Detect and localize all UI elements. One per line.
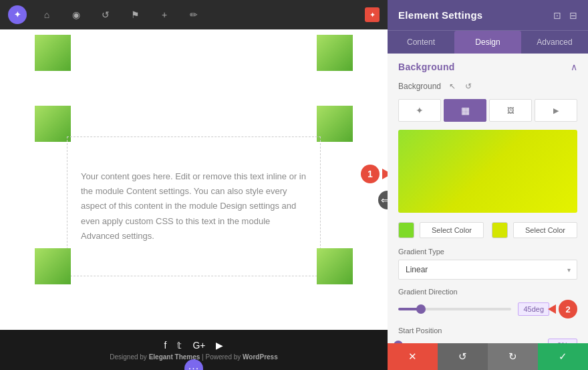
arrow-indicator-2	[548, 304, 556, 314]
divi-logo-icon[interactable]: ✦	[8, 5, 27, 24]
badge2-wrapper: 2	[556, 300, 577, 318]
green-square-bot-right	[317, 248, 353, 284]
googleplus-icon[interactable]: G+	[192, 340, 205, 351]
background-section-header: Background ∧	[388, 54, 588, 78]
canvas-area: ✦ ⌂ ◉ ↺ ⚑ + ✏ ✦ Your content goes here. …	[0, 0, 388, 370]
green-square-top-left	[35, 35, 71, 71]
gradient-direction-slider-row: 45deg 2	[398, 300, 577, 318]
cancel-button[interactable]: ✕	[388, 343, 438, 370]
gradient-type-field: Gradient Type Linear Radial ▾	[388, 248, 588, 280]
section-title: Background	[398, 62, 455, 72]
type-tab-gradient[interactable]: ▦	[444, 99, 486, 122]
bg-reset-icon[interactable]: ↺	[462, 80, 474, 92]
type-tab-color[interactable]: ✦	[398, 99, 441, 122]
gradient-type-select[interactable]: Linear Radial	[398, 260, 577, 280]
type-tabs: ✦ ▦ 🖼 ▶	[388, 99, 588, 122]
green-square-mid-left	[35, 106, 71, 142]
footer-social-icons: f 𝕥 G+ ▶	[164, 340, 224, 351]
tab-design[interactable]: Design	[454, 31, 521, 54]
bg-label-row: Background ↖ ↺	[388, 78, 588, 99]
select-color-btn-1[interactable]: Select Color	[420, 222, 484, 238]
color-stop-1: Select Color	[398, 222, 484, 238]
tab-content[interactable]: Content	[388, 31, 454, 54]
facebook-icon[interactable]: f	[164, 340, 167, 351]
comments-icon[interactable]: ⚑	[126, 5, 144, 24]
gradient-type-wrapper: Linear Radial ▾	[398, 260, 577, 280]
green-square-mid-right	[317, 106, 353, 142]
redo-button[interactable]: ↻	[488, 343, 538, 370]
select-color-btn-2[interactable]: Select Color	[513, 222, 577, 238]
rss-icon[interactable]: ▶	[216, 340, 223, 351]
step-badge-1: 1	[361, 165, 380, 183]
step-badge-2: 2	[559, 300, 577, 318]
panel-body: Background ∧ Background ↖ ↺ ✦ ▦ 🖼 ▶ Sele…	[388, 54, 588, 343]
add-icon[interactable]: +	[155, 5, 174, 24]
page-background: Your content goes here. Edit or remove t…	[0, 29, 388, 330]
content-text: Your content goes here. Edit or remove t…	[81, 169, 307, 243]
portabilis-icon[interactable]: ✦	[365, 7, 380, 22]
footer-menu-icon[interactable]: ···	[184, 359, 203, 370]
chevron-up-icon[interactable]: ∧	[571, 62, 577, 72]
footer-bar: f 𝕥 G+ ▶ Designed by Elegant Themes | Po…	[0, 330, 388, 370]
color-stops: Select Color Select Color	[388, 222, 588, 238]
layout-icon[interactable]: ◉	[67, 5, 86, 24]
green-square-bot-left	[35, 248, 71, 284]
start-position-value: 0%	[548, 339, 577, 343]
gradient-direction-label: Gradient Direction	[398, 288, 577, 296]
tab-advanced[interactable]: Advanced	[521, 31, 588, 54]
start-position-thumb[interactable]	[394, 341, 403, 343]
bg-label: Background	[398, 82, 441, 91]
edit-icon[interactable]: ✏	[184, 5, 203, 24]
bottom-toolbar: ✕ ↺ ↻ ✓	[388, 343, 588, 370]
twitter-icon[interactable]: 𝕥	[177, 340, 182, 351]
undo-button[interactable]: ↺	[438, 343, 488, 370]
color-swatch-1[interactable]	[398, 222, 414, 238]
gradient-direction-value: 45deg	[518, 302, 549, 316]
gradient-direction-thumb[interactable]	[416, 304, 426, 314]
color-stop-2: Select Color	[492, 222, 577, 238]
panel-title: Element Settings	[398, 9, 483, 21]
color-swatch-2[interactable]	[492, 222, 508, 238]
type-tab-image[interactable]: 🖼	[489, 99, 532, 122]
save-button[interactable]: ✓	[538, 343, 588, 370]
home-icon[interactable]: ⌂	[37, 5, 56, 24]
settings-responsive-icon[interactable]: ⊡	[553, 10, 561, 21]
start-position-field: Start Position 0%	[388, 327, 588, 343]
settings-layout-icon[interactable]: ⊟	[569, 10, 577, 21]
gradient-direction-track[interactable]	[398, 308, 511, 310]
panel-header-icons: ⊡ ⊟	[553, 10, 577, 21]
content-box[interactable]: Your content goes here. Edit or remove t…	[67, 136, 321, 276]
canvas-content: Your content goes here. Edit or remove t…	[0, 29, 388, 370]
top-toolbar: ✦ ⌂ ◉ ↺ ⚑ + ✏ ✦	[0, 0, 388, 29]
gradient-direction-field: Gradient Direction 45deg 2	[388, 288, 588, 318]
start-position-slider-row: 0%	[398, 339, 577, 343]
settings-panel: Element Settings ⊡ ⊟ Content Design Adva…	[388, 0, 588, 370]
bg-pointer-icon[interactable]: ↖	[446, 80, 458, 92]
history-icon[interactable]: ↺	[96, 5, 115, 24]
gradient-preview	[398, 130, 577, 213]
badge1-container: 1	[361, 165, 388, 183]
gradient-type-label: Gradient Type	[398, 248, 577, 256]
green-square-top-right	[317, 35, 353, 71]
start-position-label: Start Position	[398, 327, 577, 335]
arrow-indicator-1	[382, 169, 388, 179]
type-tab-video[interactable]: ▶	[535, 99, 577, 122]
panel-header: Element Settings ⊡ ⊟	[388, 0, 588, 30]
bg-icons: ↖ ↺	[446, 80, 474, 92]
panel-tabs: Content Design Advanced	[388, 30, 588, 54]
